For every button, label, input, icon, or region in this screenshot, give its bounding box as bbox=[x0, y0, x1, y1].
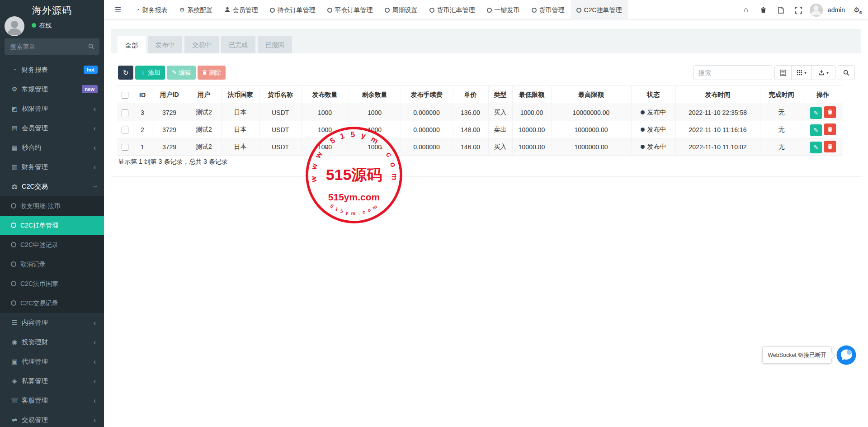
search-submit-button[interactable] bbox=[838, 65, 855, 80]
cell-price: 148.00 bbox=[453, 121, 488, 138]
column-header-完成时间[interactable]: 完成时间 bbox=[760, 86, 803, 104]
topbar-tab-货币管理[interactable]: 货币管理 bbox=[526, 0, 571, 20]
admin-avatar[interactable] bbox=[810, 4, 823, 17]
sidebar-item-label: 投资理财 bbox=[22, 338, 48, 346]
cell-status: 发布中 bbox=[631, 138, 675, 156]
file-refresh-icon[interactable] bbox=[774, 0, 788, 20]
watermark-domain-text: 515ym.com bbox=[328, 192, 380, 202]
sidebar-item-投资理财[interactable]: ◉投资理财‹ bbox=[0, 332, 104, 352]
sidebar-item-秒合约[interactable]: ▦秒合约‹ bbox=[0, 138, 104, 157]
column-header-最低限额[interactable]: 最低限额 bbox=[512, 86, 551, 104]
row-delete-button[interactable] bbox=[824, 106, 836, 118]
detail-view-button[interactable] bbox=[774, 65, 792, 80]
cell-finish_time: 无 bbox=[760, 121, 803, 138]
sidebar-item-财务管理[interactable]: ▥财务管理‹ bbox=[0, 157, 104, 177]
sidebar-item-财务报表[interactable]: ◔财务报表hot bbox=[0, 60, 104, 80]
admin-username[interactable]: admin bbox=[828, 6, 845, 14]
sidebar-search-input[interactable] bbox=[5, 38, 81, 55]
delete-button[interactable]: 删除 bbox=[198, 66, 226, 80]
column-header-状态[interactable]: 状态 bbox=[631, 86, 675, 104]
tab-发布中[interactable]: 发布中 bbox=[148, 36, 182, 53]
table-search-input[interactable] bbox=[693, 65, 772, 80]
column-header-操作[interactable]: 操作 bbox=[803, 86, 843, 104]
tab-全部[interactable]: 全部 bbox=[118, 36, 146, 54]
row-delete-button[interactable] bbox=[824, 141, 836, 152]
column-header-货币名称[interactable]: 货币名称 bbox=[259, 86, 301, 104]
row-edit-button[interactable]: ✎ bbox=[810, 124, 822, 136]
sidebar-item-权限管理[interactable]: ◩权限管理‹ bbox=[0, 99, 104, 119]
row-edit-button[interactable]: ✎ bbox=[810, 107, 822, 119]
search-icon bbox=[843, 70, 849, 76]
sidebar-subitem-C2C交易记录[interactable]: C2C交易记录 bbox=[0, 294, 104, 313]
sidebar-item-label: 内容管理 bbox=[22, 319, 48, 326]
topbar-tab-持仓订单管理[interactable]: 持仓订单管理 bbox=[264, 0, 321, 20]
topbar-tab-周期设置[interactable]: 周期设置 bbox=[379, 0, 424, 20]
topbar-tab-C2C挂单管理[interactable]: C2C挂单管理 bbox=[571, 0, 628, 20]
row-edit-button[interactable]: ✎ bbox=[810, 142, 822, 153]
topbar-tab-系统配置[interactable]: ⚙系统配置 bbox=[174, 0, 219, 20]
row-checkbox[interactable] bbox=[122, 109, 128, 116]
sidebar-subitem-C2C申述记录[interactable]: C2C申述记录 bbox=[0, 235, 104, 255]
sidebar-item-C2C交易[interactable]: ⚖C2C交易‹ bbox=[0, 177, 104, 196]
row-delete-button[interactable] bbox=[824, 123, 836, 135]
column-header-发布时间[interactable]: 发布时间 bbox=[675, 86, 760, 104]
chevron-left-icon: ‹ bbox=[94, 99, 96, 119]
sidebar-item-客服管理[interactable]: ☏客服管理‹ bbox=[0, 391, 104, 410]
cell-coin: USDT bbox=[259, 121, 301, 138]
column-header-单价[interactable]: 单价 bbox=[453, 86, 488, 104]
topbar-tab-平仓订单管理[interactable]: 平仓订单管理 bbox=[321, 0, 379, 20]
column-header-剩余数量[interactable]: 剩余数量 bbox=[349, 86, 401, 104]
tab-已完成[interactable]: 已完成 bbox=[221, 36, 255, 53]
topbar-tab-一键发币[interactable]: 一键发币 bbox=[481, 0, 526, 20]
sidebar-item-私募管理[interactable]: ◈私募管理‹ bbox=[0, 371, 104, 391]
column-header-用户ID[interactable]: 用户ID bbox=[152, 86, 187, 104]
tab-交易中[interactable]: 交易中 bbox=[184, 36, 219, 53]
settings-cogs-icon[interactable]: ⚙⚙ bbox=[850, 0, 863, 20]
chat-button[interactable] bbox=[836, 345, 857, 365]
columns-button[interactable]: ▾ bbox=[792, 65, 812, 80]
sidebar-item-会员管理[interactable]: ▤会员管理‹ bbox=[0, 119, 104, 138]
topbar-tab-label: 财务报表 bbox=[142, 0, 168, 20]
export-button[interactable]: ▾ bbox=[812, 65, 835, 80]
column-header-ID[interactable]: ID bbox=[133, 86, 152, 104]
user-icon bbox=[225, 7, 230, 12]
topbar-tab-财务报表[interactable]: ◔财务报表 bbox=[130, 0, 174, 20]
column-header-用户[interactable]: 用户 bbox=[187, 86, 221, 104]
sidebar-item-交易管理[interactable]: ⇌交易管理‹ bbox=[0, 410, 104, 427]
select-all-checkbox[interactable] bbox=[122, 92, 128, 99]
sidebar-subitem-取消记录[interactable]: 取消记录 bbox=[0, 255, 104, 274]
column-header-类型[interactable]: 类型 bbox=[488, 86, 512, 104]
add-button[interactable]: ＋ 添加 bbox=[135, 66, 165, 80]
refresh-button[interactable]: ↻ bbox=[118, 66, 133, 80]
row-checkbox[interactable] bbox=[122, 127, 128, 133]
topbar-tab-会员管理[interactable]: 会员管理 bbox=[219, 0, 264, 20]
fullscreen-icon[interactable] bbox=[792, 0, 806, 20]
tab-已撤回[interactable]: 已撤回 bbox=[258, 36, 292, 53]
avatar[interactable] bbox=[5, 16, 24, 36]
topbar-tab-货币汇率管理[interactable]: 货币汇率管理 bbox=[424, 0, 481, 20]
sidebar-item-代理管理[interactable]: ▣代理管理‹ bbox=[0, 352, 104, 371]
column-header-最高限额[interactable]: 最高限额 bbox=[551, 86, 631, 104]
row-checkbox[interactable] bbox=[122, 144, 128, 151]
online-dot-icon bbox=[32, 23, 36, 28]
header-checkbox-cell bbox=[117, 86, 133, 104]
edit-button[interactable]: ✎ 编辑 bbox=[167, 66, 196, 80]
chevron-left-icon: ‹ bbox=[94, 157, 96, 177]
sidebar-subitem-label: C2C交易记录 bbox=[20, 299, 58, 307]
sidebar-item-常规管理[interactable]: ⚙常规管理new bbox=[0, 80, 104, 99]
home-icon[interactable]: ⌂ bbox=[739, 0, 753, 20]
search-icon[interactable] bbox=[88, 43, 94, 50]
trash-icon[interactable] bbox=[757, 0, 770, 20]
sidebar-subitem-收支明细-法币[interactable]: 收支明细-法币 bbox=[0, 196, 104, 216]
chevron-left-icon: ‹ bbox=[94, 138, 96, 157]
hamburger-icon[interactable]: ☰ bbox=[111, 0, 125, 20]
sidebar-item-label: 财务报表 bbox=[22, 66, 48, 73]
sidebar-item-内容管理[interactable]: ☰内容管理‹ bbox=[0, 313, 104, 332]
chevron-left-icon: ‹ bbox=[94, 371, 96, 391]
column-header-发布手续费[interactable]: 发布手续费 bbox=[401, 86, 453, 104]
column-header-发布数量[interactable]: 发布数量 bbox=[301, 86, 349, 104]
sidebar-item-label: 财务管理 bbox=[22, 163, 48, 171]
column-header-法币国家[interactable]: 法币国家 bbox=[221, 86, 259, 104]
sidebar-subitem-C2C挂单管理[interactable]: C2C挂单管理 bbox=[0, 216, 104, 235]
sidebar-subitem-C2C法币国家[interactable]: C2C法币国家 bbox=[0, 274, 104, 294]
